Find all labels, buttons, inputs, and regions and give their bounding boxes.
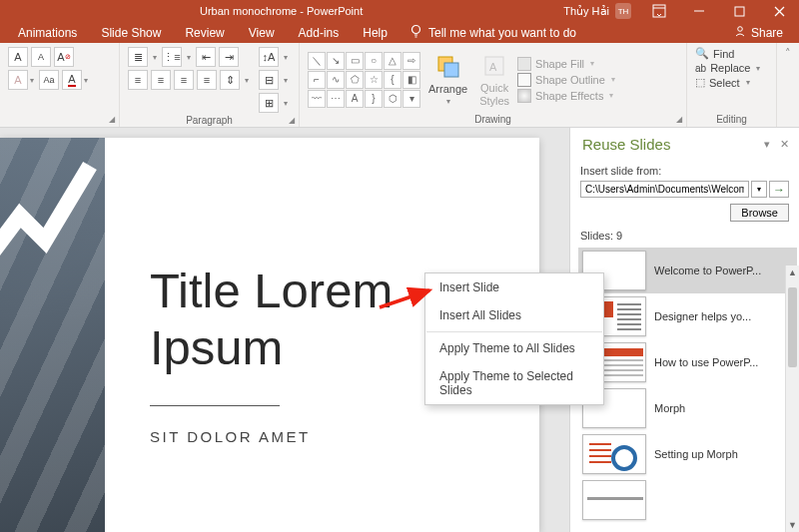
shape-textbox-icon[interactable]: A bbox=[346, 90, 364, 108]
arrange-button[interactable]: Arrange ▾ bbox=[424, 51, 471, 108]
dialog-launcher-icon[interactable]: ◢ bbox=[289, 116, 295, 125]
shape-oval-icon[interactable]: ○ bbox=[365, 52, 383, 70]
chevron-down-icon[interactable]: ▾ bbox=[588, 59, 596, 68]
browse-button[interactable]: Browse bbox=[730, 204, 789, 222]
scroll-up-icon[interactable]: ▲ bbox=[786, 266, 799, 279]
shape-connector-icon[interactable]: ⌐ bbox=[308, 71, 326, 89]
bullets-button[interactable]: ≣ bbox=[128, 47, 148, 67]
quick-styles-button[interactable]: A Quick Styles bbox=[475, 50, 513, 108]
chevron-down-icon[interactable]: ▾ bbox=[82, 76, 90, 85]
ribbon-options-icon[interactable] bbox=[639, 0, 679, 22]
line-spacing-button[interactable]: ⇕ bbox=[220, 70, 240, 90]
shape-triangle-icon[interactable]: △ bbox=[384, 52, 401, 70]
chevron-down-icon[interactable]: ▾ bbox=[607, 91, 615, 100]
text-direction-button[interactable]: ↕A bbox=[259, 47, 279, 67]
align-center-button[interactable]: ≡ bbox=[151, 70, 171, 90]
reuse-slide-item[interactable]: Designer helps yo... bbox=[578, 293, 797, 339]
shape-scribble-icon[interactable]: 〰 bbox=[308, 90, 326, 108]
dialog-launcher-icon[interactable]: ◢ bbox=[676, 115, 682, 124]
maximize-icon[interactable] bbox=[719, 0, 759, 22]
reuse-slide-item[interactable]: How to use PowerP... bbox=[578, 339, 797, 385]
replace-icon: ab bbox=[695, 63, 706, 74]
chevron-down-icon[interactable]: ▾ bbox=[282, 53, 290, 62]
chevron-down-icon[interactable]: ▾ bbox=[243, 76, 251, 85]
tab-animations[interactable]: Animations bbox=[6, 22, 89, 43]
align-text-button[interactable]: ⊟ bbox=[259, 70, 279, 90]
shape-star-icon[interactable]: ☆ bbox=[365, 71, 383, 89]
shape-hex-icon[interactable]: ⬡ bbox=[384, 90, 401, 108]
reuse-slide-item[interactable]: Morph bbox=[578, 385, 797, 431]
minimize-icon[interactable] bbox=[679, 0, 719, 22]
char-spacing-button[interactable]: Aa bbox=[39, 70, 59, 90]
shape-callout-icon[interactable]: ◧ bbox=[402, 71, 420, 89]
shape-dropdown-icon[interactable]: ▾ bbox=[402, 90, 420, 108]
menu-insert-slide[interactable]: Insert Slide bbox=[425, 273, 603, 301]
justify-button[interactable]: ≡ bbox=[197, 70, 217, 90]
convert-smartart-button[interactable]: ⊞ bbox=[259, 93, 279, 113]
tab-slideshow[interactable]: Slide Show bbox=[89, 22, 173, 43]
scroll-down-icon[interactable]: ▼ bbox=[786, 518, 799, 532]
align-right-button[interactable]: ≡ bbox=[174, 70, 194, 90]
tab-addins[interactable]: Add-ins bbox=[287, 22, 352, 43]
chevron-down-icon[interactable]: ▾ bbox=[282, 76, 290, 85]
shape-fill-button[interactable]: Shape Fill ▾ bbox=[517, 57, 617, 71]
shape-line-icon[interactable]: ＼ bbox=[308, 52, 326, 70]
close-icon[interactable] bbox=[759, 0, 799, 22]
collapse-ribbon-icon[interactable]: ˄ bbox=[777, 43, 799, 127]
chevron-down-icon[interactable]: ▾ bbox=[151, 53, 159, 62]
menu-apply-theme-selected[interactable]: Apply Theme to Selected Slides bbox=[425, 362, 603, 404]
clear-formatting-button[interactable]: A⊘ bbox=[54, 47, 74, 67]
pane-options-icon[interactable]: ▾ bbox=[764, 138, 770, 151]
indent-decrease-button[interactable]: ⇤ bbox=[196, 47, 216, 67]
shape-outline-button[interactable]: Shape Outline ▾ bbox=[517, 73, 617, 87]
chevron-down-icon[interactable]: ▾ bbox=[744, 78, 752, 87]
chevron-down-icon[interactable]: ▾ bbox=[609, 75, 617, 84]
chevron-down-icon[interactable]: ▾ bbox=[185, 53, 193, 62]
slide-editor[interactable]: Title LoremIpsum SIT DOLOR AMET Insert S… bbox=[0, 128, 569, 532]
tab-review[interactable]: Review bbox=[173, 22, 236, 43]
shape-curve-icon[interactable]: ∿ bbox=[327, 71, 345, 89]
menu-insert-all-slides[interactable]: Insert All Slides bbox=[425, 301, 603, 329]
reuse-slide-item[interactable]: Setting up Morph bbox=[578, 431, 797, 477]
user-area[interactable]: Thủy Hải TH bbox=[563, 3, 631, 19]
reuse-slides-list[interactable]: Welcome to PowerP... Designer helps yo..… bbox=[570, 248, 799, 532]
path-dropdown-icon[interactable]: ▾ bbox=[751, 181, 767, 198]
shape-brace-icon[interactable]: { bbox=[384, 71, 401, 89]
tab-help[interactable]: Help bbox=[351, 22, 400, 43]
reuse-slide-item[interactable]: Welcome to PowerP... bbox=[578, 248, 797, 293]
chevron-down-icon[interactable]: ▾ bbox=[282, 99, 290, 108]
shape-rectangle-icon[interactable]: ▭ bbox=[346, 52, 364, 70]
scrollbar-thumb[interactable] bbox=[788, 287, 797, 367]
highlight-button[interactable]: A bbox=[8, 70, 28, 90]
select-button[interactable]: ⬚Select ▾ bbox=[695, 76, 762, 89]
reuse-slide-item[interactable] bbox=[578, 477, 797, 523]
align-left-button[interactable]: ≡ bbox=[128, 70, 148, 90]
font-size-increase-button[interactable]: A bbox=[8, 47, 28, 67]
chevron-down-icon[interactable]: ▾ bbox=[754, 64, 762, 73]
find-button[interactable]: 🔍Find bbox=[695, 47, 762, 60]
shape-bracket-icon[interactable]: } bbox=[365, 90, 383, 108]
share-button[interactable]: Share bbox=[723, 24, 793, 41]
shape-freeform-icon[interactable]: ⬠ bbox=[346, 71, 364, 89]
file-path-input[interactable] bbox=[580, 181, 749, 198]
replace-button[interactable]: abReplace ▾ bbox=[695, 62, 762, 74]
tell-me-search[interactable]: Tell me what you want to do bbox=[400, 24, 586, 42]
tab-view[interactable]: View bbox=[237, 22, 287, 43]
font-size-decrease-button[interactable]: A bbox=[31, 47, 51, 67]
numbering-button[interactable]: ⋮≡ bbox=[162, 47, 182, 67]
shapes-gallery[interactable]: ＼ ↘ ▭ ○ △ ⇨ ⌐ ∿ ⬠ ☆ { ◧ 〰 ⋯ A } ⬡ ▾ bbox=[308, 52, 420, 108]
shape-effects-button[interactable]: Shape Effects ▾ bbox=[517, 89, 617, 103]
menu-apply-theme-all[interactable]: Apply Theme to All Slides bbox=[425, 334, 603, 362]
indent-increase-button[interactable]: ⇥ bbox=[219, 47, 239, 67]
shape-more-icon[interactable]: ⋯ bbox=[327, 90, 345, 108]
path-go-icon[interactable]: → bbox=[769, 181, 789, 198]
pane-close-icon[interactable]: ✕ bbox=[780, 138, 789, 151]
chevron-down-icon[interactable]: ▾ bbox=[28, 76, 36, 85]
vertical-scrollbar[interactable]: ▲ ▼ bbox=[785, 266, 799, 532]
shape-arrow-icon[interactable]: ⇨ bbox=[402, 52, 420, 70]
dialog-launcher-icon[interactable]: ◢ bbox=[109, 115, 115, 124]
slide-subtitle[interactable]: SIT DOLOR AMET bbox=[150, 428, 539, 445]
shape-line-arrow-icon[interactable]: ↘ bbox=[327, 52, 345, 70]
font-color-button[interactable]: A bbox=[62, 70, 82, 90]
user-avatar[interactable]: TH bbox=[615, 3, 631, 19]
